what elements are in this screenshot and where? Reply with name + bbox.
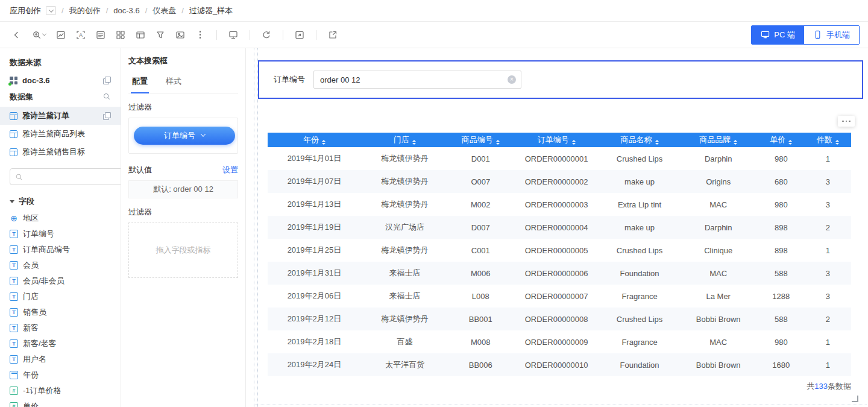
- column-label: 单价: [770, 135, 785, 144]
- switch-datasource-icon[interactable]: [103, 77, 111, 84]
- table-cell: 2019年2月24日: [268, 353, 361, 376]
- field-item[interactable]: T订单商品编号: [0, 242, 121, 257]
- table-header-cell[interactable]: 商品品牌: [679, 133, 758, 147]
- sort-icon[interactable]: [835, 140, 839, 145]
- dataset-item[interactable]: 雅诗兰黛销售目标: [0, 143, 121, 161]
- table-cell: O007: [448, 170, 512, 193]
- sort-icon[interactable]: [655, 140, 659, 145]
- back-icon[interactable]: [8, 27, 24, 43]
- table-cell: Crushed Lips: [600, 239, 679, 262]
- table-header-cell[interactable]: 单价: [758, 133, 804, 147]
- dataset-name: 雅诗兰黛商品列表: [22, 128, 85, 139]
- table-header-cell[interactable]: 件数: [805, 133, 852, 147]
- share-icon[interactable]: [325, 27, 341, 43]
- column-label: 订单编号: [538, 135, 569, 144]
- breadcrumb-item[interactable]: doc-3.6: [113, 6, 139, 15]
- field-item[interactable]: T门店: [0, 289, 121, 304]
- table-cell: 梅龙镇伊势丹: [361, 170, 448, 193]
- zoom-icon[interactable]: [28, 27, 49, 43]
- dataset-item[interactable]: 雅诗兰黛商品列表: [0, 125, 121, 143]
- text-field-icon: T: [10, 261, 18, 270]
- sort-icon[interactable]: [496, 140, 500, 145]
- field-item[interactable]: T用户名: [0, 352, 121, 367]
- fullscreen-icon[interactable]: [292, 27, 307, 43]
- field-name: 会员: [23, 260, 39, 271]
- fields-section-header[interactable]: 字段: [0, 191, 121, 210]
- table-footer: 共133条数据: [807, 381, 851, 392]
- refresh-icon[interactable]: [259, 27, 274, 43]
- filter-widget-icon[interactable]: [153, 27, 168, 43]
- dataset-item[interactable]: 雅诗兰黛订单: [0, 107, 121, 125]
- breadcrumb-separator: /: [106, 6, 108, 15]
- field-search-input[interactable]: [27, 172, 121, 181]
- tab-config[interactable]: 配置: [131, 72, 149, 93]
- field-item[interactable]: T新客: [0, 320, 121, 336]
- sort-icon[interactable]: [788, 140, 792, 145]
- field-item[interactable]: T会员/非会员: [0, 273, 121, 289]
- breadcrumb-root[interactable]: 应用创作: [10, 5, 41, 16]
- phone-icon: [813, 30, 822, 39]
- chevron-down-icon[interactable]: [46, 6, 56, 15]
- text-widget-icon[interactable]: A: [73, 27, 89, 43]
- table-header-cell[interactable]: 商品名称: [600, 133, 679, 147]
- field-item[interactable]: T销售员: [0, 304, 121, 320]
- table-body: 2019年1月01日梅龙镇伊势丹D001ORDER00000001Crushed…: [268, 147, 851, 376]
- field-search-box[interactable]: [10, 168, 121, 185]
- table-cell: C001: [448, 239, 512, 262]
- dataset-name: 雅诗兰黛销售目标: [22, 147, 85, 157]
- list-widget-icon[interactable]: [93, 27, 108, 43]
- field-item[interactable]: ⊕地区: [0, 210, 121, 226]
- filter-field-pill[interactable]: 订单编号: [134, 127, 235, 145]
- column-label: 商品品牌: [699, 135, 731, 144]
- sort-icon[interactable]: [572, 140, 576, 145]
- mobile-view-button[interactable]: 手机端: [804, 26, 859, 44]
- table-header-cell[interactable]: 商品编号: [448, 133, 512, 147]
- field-item[interactable]: T新客/老客: [0, 336, 121, 352]
- chart-widget-icon[interactable]: [53, 27, 69, 43]
- field-item[interactable]: T会员: [0, 257, 121, 273]
- field-name: 订单编号: [23, 229, 54, 239]
- preview-icon[interactable]: [225, 27, 241, 43]
- table-cell: 梅龙镇伊势丹: [361, 193, 448, 216]
- sort-icon[interactable]: [412, 140, 416, 145]
- table-cell: D007: [448, 216, 512, 239]
- more-icon[interactable]: [192, 27, 208, 43]
- media-widget-icon[interactable]: [172, 27, 188, 43]
- field-item[interactable]: #单价: [0, 399, 121, 407]
- tab-style[interactable]: 样式: [165, 72, 183, 93]
- sort-icon[interactable]: [734, 140, 737, 145]
- order-number-input[interactable]: [320, 75, 504, 84]
- table-cell: 来福士店: [361, 285, 448, 308]
- field-item[interactable]: #-1订单价格: [0, 383, 121, 399]
- config-tabs: 配置 样式: [128, 72, 238, 93]
- resize-handle[interactable]: [852, 396, 858, 402]
- table-widget-icon[interactable]: [133, 27, 148, 43]
- pc-view-button[interactable]: PC 端: [752, 26, 804, 44]
- field-item[interactable]: 年份: [0, 367, 121, 383]
- control-widget-icon[interactable]: [113, 27, 128, 43]
- search-filter-widget[interactable]: 订单编号 ×: [258, 60, 863, 99]
- sort-icon[interactable]: [322, 140, 326, 145]
- set-default-link[interactable]: 设置: [222, 165, 238, 175]
- clear-input-icon[interactable]: ×: [508, 75, 516, 84]
- field-drop-zone[interactable]: 拖入字段或指标: [128, 222, 238, 278]
- datasource-title: 数据来源: [0, 54, 121, 72]
- table-header-cell[interactable]: 年份: [268, 133, 361, 147]
- breadcrumb-item[interactable]: 我的创作: [69, 5, 101, 16]
- breadcrumb-item[interactable]: 仪表盘: [153, 5, 176, 16]
- table-header-cell[interactable]: 订单编号: [513, 133, 600, 147]
- dataset-list: 雅诗兰黛订单雅诗兰黛商品列表雅诗兰黛销售目标: [0, 107, 121, 161]
- dataset-title: 数据集: [10, 92, 33, 103]
- datasource-row[interactable]: doc-3.6: [0, 72, 121, 89]
- widget-more-button[interactable]: [838, 116, 855, 127]
- footer-suffix: 条数据: [828, 382, 851, 391]
- breadcrumb-separator: /: [145, 6, 148, 15]
- breadcrumb-item[interactable]: 过滤器_样本: [189, 5, 233, 16]
- switch-dataset-icon[interactable]: [103, 112, 111, 120]
- table-cell: 3: [805, 193, 852, 216]
- table-header-cell[interactable]: 门店: [361, 133, 448, 147]
- table-cell: ORDER00000008: [513, 308, 600, 330]
- field-item[interactable]: T订单编号: [0, 226, 121, 242]
- search-icon[interactable]: [102, 92, 111, 103]
- table-cell: 2019年1月13日: [268, 193, 361, 216]
